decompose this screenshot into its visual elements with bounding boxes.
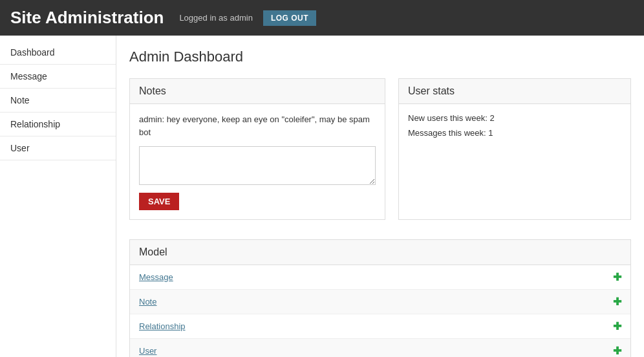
main-layout: Dashboard Message Note Relationship User… — [0, 36, 644, 357]
content: Admin Dashboard Notes admin: hey everyon… — [116, 36, 644, 357]
sidebar: Dashboard Message Note Relationship User — [0, 36, 116, 357]
sidebar-item-user[interactable]: User — [0, 136, 116, 160]
stats-body: New users this week: 2 Messages this wee… — [399, 104, 630, 152]
stats-heading: User stats — [399, 79, 630, 104]
model-heading: Model — [130, 240, 630, 265]
notes-body: admin: hey everyone, keep an eye on "col… — [130, 104, 385, 219]
stats-panel: User stats New users this week: 2 Messag… — [398, 78, 631, 220]
dashboard-top: Notes admin: hey everyone, keep an eye o… — [129, 78, 631, 220]
table-row: Relationship✚ — [130, 314, 630, 339]
save-button[interactable]: SAVE — [139, 193, 179, 210]
user-model-link-add-icon[interactable]: ✚ — [613, 345, 621, 356]
relationship-model-link[interactable]: Relationship — [139, 321, 186, 331]
site-title: Site Administration — [10, 8, 164, 28]
header: Site Administration Logged in as admin L… — [0, 0, 644, 36]
sidebar-item-note[interactable]: Note — [0, 89, 116, 113]
notes-text: admin: hey everyone, keep an eye on "col… — [139, 113, 376, 138]
table-row: Message✚ — [130, 265, 630, 290]
message-model-link-add-icon[interactable]: ✚ — [613, 272, 621, 283]
messages-stat: Messages this week: 1 — [408, 128, 621, 138]
note-model-link[interactable]: Note — [139, 297, 156, 307]
relationship-model-link-add-icon[interactable]: ✚ — [613, 321, 621, 332]
user-model-link[interactable]: User — [139, 346, 156, 356]
messages-value: 1 — [488, 128, 493, 138]
new-users-label: New users this week: — [408, 113, 489, 123]
messages-label: Messages this week: — [408, 128, 488, 138]
logout-button[interactable]: LOG OUT — [263, 10, 316, 26]
model-table: Message✚Note✚Relationship✚User✚ — [130, 265, 630, 357]
message-model-link[interactable]: Message — [139, 272, 173, 282]
model-section: Model Message✚Note✚Relationship✚User✚ — [129, 239, 631, 357]
table-row: Note✚ — [130, 290, 630, 314]
new-users-stat: New users this week: 2 — [408, 113, 621, 123]
notes-input[interactable] — [139, 146, 376, 185]
logged-in-text: Logged in as admin — [179, 13, 252, 23]
sidebar-item-message[interactable]: Message — [0, 65, 116, 89]
note-model-link-add-icon[interactable]: ✚ — [613, 296, 621, 307]
sidebar-item-dashboard[interactable]: Dashboard — [0, 41, 116, 65]
page-title: Admin Dashboard — [129, 49, 631, 65]
new-users-value: 2 — [489, 113, 494, 123]
sidebar-item-relationship[interactable]: Relationship — [0, 113, 116, 136]
table-row: User✚ — [130, 339, 630, 358]
notes-heading: Notes — [130, 79, 385, 104]
notes-panel: Notes admin: hey everyone, keep an eye o… — [129, 78, 385, 220]
